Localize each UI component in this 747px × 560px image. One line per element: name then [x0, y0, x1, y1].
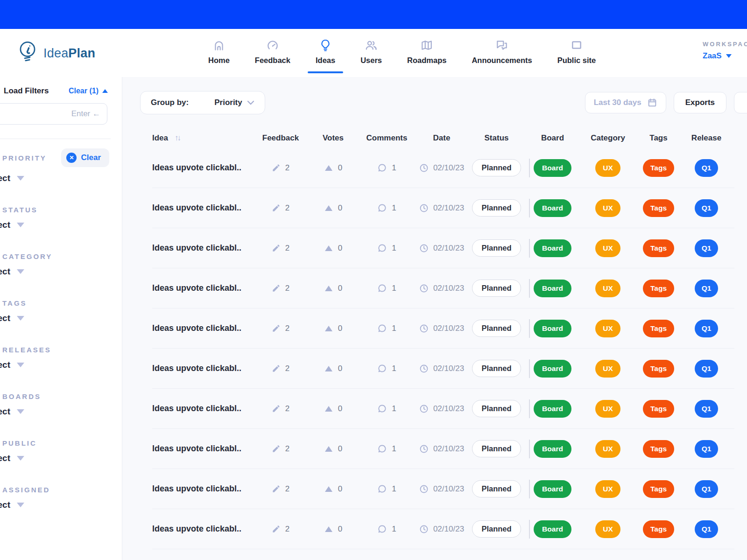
idea-title[interactable]: Ideas upvote clickabl..: [152, 163, 255, 173]
status-pill[interactable]: Planned: [472, 159, 521, 176]
release-pill[interactable]: Q1: [695, 520, 719, 538]
nav-ideas[interactable]: Ideas: [316, 29, 335, 77]
idea-title[interactable]: Ideas upvote clickabl..: [152, 203, 255, 213]
table-row[interactable]: Ideas upvote clickabl.. 2 0 1 02/10/23: [152, 429, 734, 469]
idea-title[interactable]: Ideas upvote clickabl..: [152, 364, 255, 373]
upvote-triangle-icon[interactable]: [324, 285, 333, 292]
release-pill[interactable]: Q1: [695, 400, 719, 418]
board-pill[interactable]: Board: [534, 480, 571, 498]
table-row[interactable]: Ideas upvote clickabl.. 2 0 1 02/10/23: [152, 268, 734, 308]
tags-pill[interactable]: Tags: [643, 360, 674, 378]
tags-pill[interactable]: Tags: [643, 159, 674, 177]
upvote-triangle-icon[interactable]: [324, 445, 333, 453]
board-pill[interactable]: Board: [534, 440, 571, 458]
board-pill[interactable]: Board: [534, 400, 571, 418]
table-row[interactable]: Ideas upvote clickabl.. 2 0 1 02/10/23: [152, 469, 734, 509]
category-pill[interactable]: UX: [595, 280, 620, 297]
table-row[interactable]: Ideas upvote clickabl.. 2 0 1 02/10/23: [152, 228, 734, 268]
release-pill[interactable]: Q1: [695, 280, 719, 297]
idea-title[interactable]: Ideas upvote clickabl..: [152, 243, 255, 253]
release-pill[interactable]: Q1: [695, 320, 719, 337]
clear-all-filters-link[interactable]: Clear (1): [69, 87, 108, 95]
upvote-triangle-icon[interactable]: [324, 204, 333, 212]
category-pill[interactable]: UX: [595, 480, 620, 498]
idea-title[interactable]: Ideas upvote clickabl..: [152, 444, 255, 454]
category-select[interactable]: Select: [0, 266, 122, 277]
status-pill[interactable]: Planned: [472, 400, 521, 417]
filter-search-input[interactable]: [0, 103, 107, 125]
priority-clear-button[interactable]: ✕ Clear: [61, 148, 109, 167]
idea-title[interactable]: Ideas upvote clickabl..: [152, 283, 255, 293]
releases-select[interactable]: Select: [0, 360, 122, 370]
board-pill[interactable]: Board: [534, 360, 571, 378]
status-pill[interactable]: Planned: [472, 440, 521, 457]
board-pill[interactable]: Board: [534, 320, 571, 337]
status-pill[interactable]: Planned: [472, 239, 521, 257]
partial-right-button[interactable]: C: [734, 92, 747, 113]
upvote-triangle-icon[interactable]: [324, 525, 333, 533]
upvote-triangle-icon[interactable]: [324, 365, 333, 372]
category-pill[interactable]: UX: [595, 159, 620, 177]
idea-title[interactable]: Ideas upvote clickabl..: [152, 484, 255, 494]
category-pill[interactable]: UX: [595, 360, 620, 378]
category-pill[interactable]: UX: [595, 320, 620, 337]
nav-public-site[interactable]: Public site: [557, 29, 596, 77]
tags-pill[interactable]: Tags: [643, 440, 674, 458]
boards-select[interactable]: Select: [0, 406, 122, 417]
sort-icon[interactable]: ↑↓: [175, 133, 180, 143]
release-pill[interactable]: Q1: [695, 159, 719, 177]
status-pill[interactable]: Planned: [472, 480, 521, 497]
release-pill[interactable]: Q1: [695, 239, 719, 257]
upvote-triangle-icon[interactable]: [324, 485, 333, 493]
assigned-select[interactable]: Select: [0, 500, 122, 510]
workspace-dropdown[interactable]: ZaaS: [703, 51, 747, 61]
release-pill[interactable]: Q1: [695, 440, 719, 458]
status-pill[interactable]: Planned: [472, 520, 521, 538]
table-row[interactable]: Ideas upvote clickabl.. 2 0 1 02/10/23: [152, 148, 734, 188]
status-pill[interactable]: Planned: [472, 280, 521, 297]
tags-pill[interactable]: Tags: [643, 239, 674, 257]
nav-announcements[interactable]: Announcements: [472, 29, 532, 77]
release-pill[interactable]: Q1: [695, 199, 719, 217]
nav-users[interactable]: Users: [360, 29, 382, 77]
idea-title[interactable]: Ideas upvote clickabl..: [152, 323, 255, 333]
category-pill[interactable]: UX: [595, 520, 620, 538]
category-pill[interactable]: UX: [595, 440, 620, 458]
priority-select[interactable]: Select: [0, 173, 122, 183]
tags-pill[interactable]: Tags: [643, 480, 674, 498]
tags-pill[interactable]: Tags: [643, 520, 674, 538]
tags-pill[interactable]: Tags: [643, 320, 674, 337]
table-row[interactable]: Ideas upvote clickabl.. 2 0 1 02/10/23: [152, 349, 734, 389]
upvote-triangle-icon[interactable]: [324, 245, 333, 252]
table-row[interactable]: Ideas upvote clickabl.. 2 0 1 02/10/23: [152, 188, 734, 228]
status-pill[interactable]: Planned: [472, 199, 521, 217]
release-pill[interactable]: Q1: [695, 480, 719, 498]
tags-pill[interactable]: Tags: [643, 400, 674, 418]
tags-pill[interactable]: Tags: [643, 199, 674, 217]
status-pill[interactable]: Planned: [472, 360, 521, 377]
table-row[interactable]: Ideas upvote clickabl.. 2 0 1 02/10/23: [152, 308, 734, 349]
tags-pill[interactable]: Tags: [643, 280, 674, 297]
nav-home[interactable]: Home: [208, 29, 230, 77]
app-logo[interactable]: IdeaPlan: [15, 39, 95, 67]
category-pill[interactable]: UX: [595, 199, 620, 217]
table-row[interactable]: Ideas upvote clickabl.. 2 0 1 02/10/23: [152, 509, 734, 549]
nav-feedback[interactable]: Feedback: [255, 29, 290, 77]
release-pill[interactable]: Q1: [695, 360, 719, 378]
column-header-idea[interactable]: Idea ↑↓: [152, 133, 255, 143]
upvote-triangle-icon[interactable]: [324, 325, 333, 332]
exports-button[interactable]: Exports: [674, 92, 726, 113]
nav-roadmaps[interactable]: Roadmaps: [407, 29, 446, 77]
load-filters-label[interactable]: Load Filters: [4, 86, 49, 96]
upvote-triangle-icon[interactable]: [324, 164, 333, 172]
board-pill[interactable]: Board: [534, 199, 571, 217]
category-pill[interactable]: UX: [595, 400, 620, 418]
upvote-triangle-icon[interactable]: [324, 405, 333, 413]
table-row[interactable]: Ideas upvote clickabl.. 2 0 1 02/10/23: [152, 389, 734, 429]
status-select[interactable]: Select: [0, 220, 122, 230]
tags-select[interactable]: Select: [0, 313, 122, 323]
status-pill[interactable]: Planned: [472, 320, 521, 337]
board-pill[interactable]: Board: [534, 159, 571, 177]
public-select[interactable]: Select: [0, 453, 122, 463]
date-range-button[interactable]: Last 30 days: [585, 92, 666, 113]
